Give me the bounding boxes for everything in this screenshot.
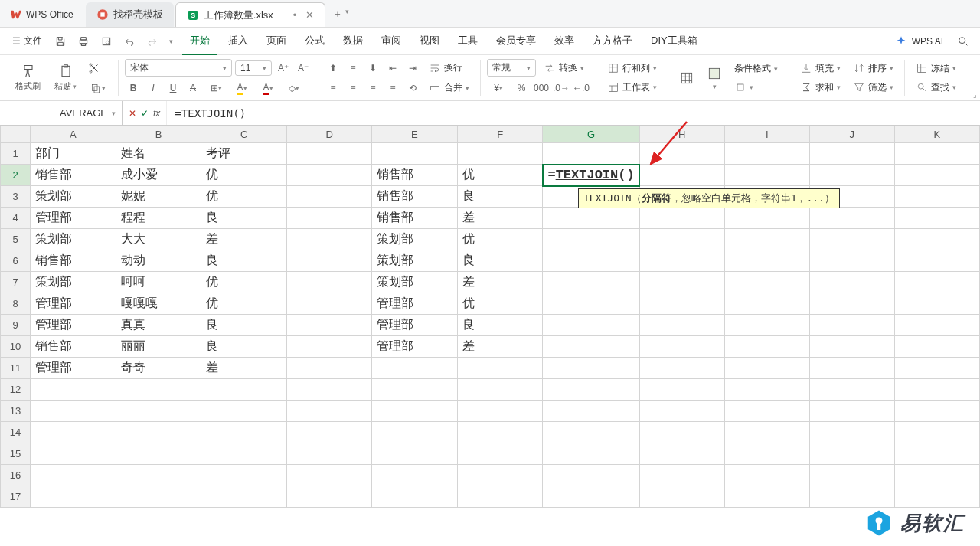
cell-F16[interactable] <box>457 465 543 486</box>
cut-button[interactable] <box>86 60 103 77</box>
fill-color-button[interactable]: A▾ <box>230 80 253 96</box>
tab-diy[interactable]: DIY工具箱 <box>643 28 705 55</box>
cell-J13[interactable] <box>809 401 894 422</box>
search-button[interactable] <box>952 32 974 51</box>
copy-button[interactable]: ▾ <box>86 80 109 96</box>
cell-H10[interactable] <box>639 336 724 358</box>
cell-J7[interactable] <box>809 272 894 293</box>
cell-H11[interactable] <box>639 358 724 379</box>
cell-F13[interactable] <box>457 401 543 422</box>
fx-button[interactable]: fx <box>153 108 160 119</box>
cell-A8[interactable]: 管理部 <box>31 293 116 315</box>
bold-button[interactable]: B <box>125 80 142 96</box>
cell-D8[interactable] <box>287 293 372 315</box>
cell-J10[interactable] <box>809 336 894 358</box>
cell-K2[interactable] <box>894 165 979 186</box>
cell-H6[interactable] <box>639 250 724 272</box>
decrease-font-button[interactable]: A⁻ <box>295 60 312 77</box>
cell-I2[interactable] <box>724 165 809 186</box>
cell-I10[interactable] <box>724 336 809 358</box>
tab-view[interactable]: 视图 <box>412 28 447 55</box>
number-format-select[interactable]: 常规▾ <box>487 59 536 77</box>
cell-H12[interactable] <box>639 379 724 401</box>
tab-page[interactable]: 页面 <box>259 28 294 55</box>
cell-B4[interactable]: 程程 <box>116 208 201 229</box>
cell-A16[interactable] <box>31 465 116 486</box>
cell-B2[interactable]: 成小爱 <box>116 165 201 186</box>
cell-E5[interactable]: 策划部 <box>372 229 458 250</box>
print-button[interactable] <box>73 32 94 51</box>
cell-I8[interactable] <box>724 293 809 315</box>
cell-G10[interactable] <box>543 336 639 358</box>
cell-E8[interactable]: 管理部 <box>372 293 458 315</box>
cell-F5[interactable]: 优 <box>457 229 543 250</box>
cell-B15[interactable] <box>116 443 201 465</box>
cell-C4[interactable]: 良 <box>201 208 287 229</box>
col-header-G[interactable]: G <box>543 126 639 143</box>
row-header-15[interactable]: 15 <box>1 443 31 465</box>
col-header-I[interactable]: I <box>724 126 809 143</box>
cell-A12[interactable] <box>31 379 116 401</box>
cell-K11[interactable] <box>894 358 979 379</box>
cell-K9[interactable] <box>894 315 979 336</box>
cell-D16[interactable] <box>287 465 372 486</box>
row-header-10[interactable]: 10 <box>1 336 31 358</box>
cell-A15[interactable] <box>31 443 116 465</box>
cell-B3[interactable]: 妮妮 <box>116 186 201 208</box>
cell-C10[interactable]: 良 <box>201 336 287 358</box>
print-preview-button[interactable] <box>96 32 117 51</box>
sort-button[interactable]: 排序▾ <box>848 60 898 77</box>
wrap-text-button[interactable]: 换行 <box>424 60 467 76</box>
cell-F8[interactable]: 优 <box>457 293 543 315</box>
cell-B1[interactable]: 姓名 <box>116 143 201 165</box>
undo-button[interactable] <box>119 32 140 51</box>
row-header-8[interactable]: 8 <box>1 293 31 315</box>
currency-button[interactable]: ¥▾ <box>487 80 510 96</box>
format-painter-button[interactable]: 格式刷 <box>11 62 45 93</box>
cell-A2[interactable]: 销售部 <box>31 165 116 186</box>
cell-B14[interactable] <box>116 422 201 443</box>
row-header-13[interactable]: 13 <box>1 401 31 422</box>
cell-H16[interactable] <box>639 465 724 486</box>
row-header-5[interactable]: 5 <box>1 229 31 250</box>
underline-button[interactable]: U <box>165 80 181 96</box>
align-left-button[interactable]: ≡ <box>325 80 341 96</box>
cell-C2[interactable]: 优 <box>201 165 287 186</box>
justify-button[interactable]: ≡ <box>384 80 401 96</box>
cell-K8[interactable] <box>894 293 979 315</box>
cell-A4[interactable]: 管理部 <box>31 208 116 229</box>
tab-review[interactable]: 审阅 <box>374 28 409 55</box>
cell-G9[interactable] <box>543 315 639 336</box>
cell-size-button[interactable]: ▾ <box>730 80 782 95</box>
new-tab-button[interactable]: ＋ ▾ <box>327 5 355 27</box>
align-top-button[interactable]: ⬆ <box>325 60 341 77</box>
cell-D3[interactable] <box>287 186 372 208</box>
cell-K14[interactable] <box>894 422 979 443</box>
wps-ai-button[interactable]: WPS AI <box>887 32 951 51</box>
cell-F3[interactable]: 良 <box>457 186 543 208</box>
cell-E10[interactable]: 管理部 <box>372 336 458 358</box>
cell-J2[interactable] <box>809 165 894 186</box>
cell-G12[interactable] <box>543 379 639 401</box>
row-col-button[interactable]: 行和列▾ <box>603 60 662 77</box>
cell-A6[interactable]: 销售部 <box>31 250 116 272</box>
tab-workbook[interactable]: S 工作簿数量.xlsx • ✕ <box>175 2 326 27</box>
cell-J16[interactable] <box>809 465 894 486</box>
row-header-14[interactable]: 14 <box>1 422 31 443</box>
cell-F14[interactable] <box>457 422 543 443</box>
row-header-6[interactable]: 6 <box>1 250 31 272</box>
cell-E16[interactable] <box>372 465 458 486</box>
cell-F6[interactable]: 良 <box>457 250 543 272</box>
name-box[interactable]: AVERAGE ▾ <box>0 101 122 125</box>
col-header-C[interactable]: C <box>201 126 287 143</box>
cell-B16[interactable] <box>116 465 201 486</box>
cell-F7[interactable]: 差 <box>457 272 543 293</box>
cell-E4[interactable]: 销售部 <box>372 208 458 229</box>
cell-B13[interactable] <box>116 401 201 422</box>
cell-J4[interactable] <box>809 208 894 229</box>
cell-G16[interactable] <box>543 465 639 486</box>
convert-button[interactable]: 转换▾ <box>539 60 589 76</box>
cell-D4[interactable] <box>287 208 372 229</box>
cell-C6[interactable]: 良 <box>201 250 287 272</box>
cell-E7[interactable]: 策划部 <box>372 272 458 293</box>
